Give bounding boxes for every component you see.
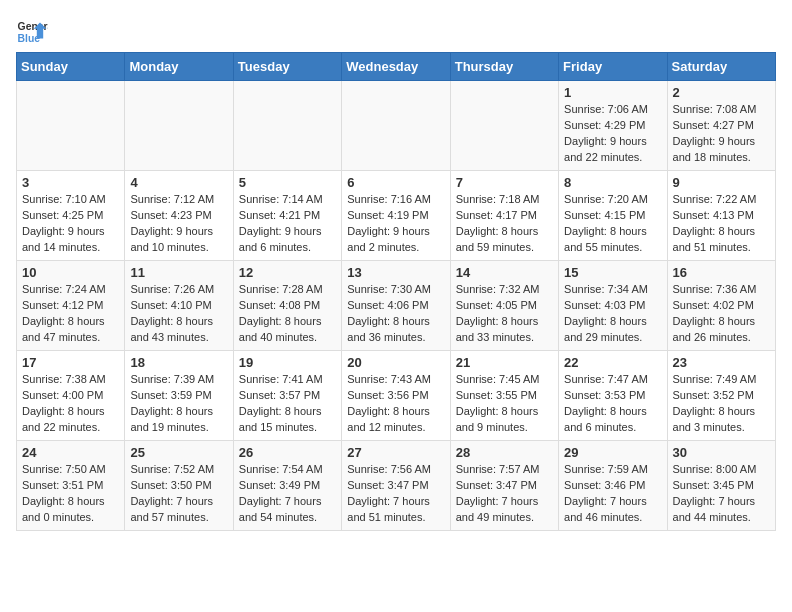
day-info: Sunrise: 7:28 AMSunset: 4:08 PMDaylight:…: [239, 282, 336, 346]
calendar-cell: 13Sunrise: 7:30 AMSunset: 4:06 PMDayligh…: [342, 261, 450, 351]
day-info: Sunrise: 7:24 AMSunset: 4:12 PMDaylight:…: [22, 282, 119, 346]
calendar-body: 1Sunrise: 7:06 AMSunset: 4:29 PMDaylight…: [17, 81, 776, 531]
weekday-header-thursday: Thursday: [450, 53, 558, 81]
calendar-header: SundayMondayTuesdayWednesdayThursdayFrid…: [17, 53, 776, 81]
day-info: Sunrise: 7:26 AMSunset: 4:10 PMDaylight:…: [130, 282, 227, 346]
day-number: 13: [347, 265, 444, 280]
day-info: Sunrise: 7:56 AMSunset: 3:47 PMDaylight:…: [347, 462, 444, 526]
day-number: 3: [22, 175, 119, 190]
weekday-header-tuesday: Tuesday: [233, 53, 341, 81]
day-info: Sunrise: 7:34 AMSunset: 4:03 PMDaylight:…: [564, 282, 661, 346]
calendar-cell: 19Sunrise: 7:41 AMSunset: 3:57 PMDayligh…: [233, 351, 341, 441]
calendar-cell: 7Sunrise: 7:18 AMSunset: 4:17 PMDaylight…: [450, 171, 558, 261]
day-number: 23: [673, 355, 770, 370]
weekday-header-friday: Friday: [559, 53, 667, 81]
day-number: 1: [564, 85, 661, 100]
weekday-header-monday: Monday: [125, 53, 233, 81]
calendar-cell: 29Sunrise: 7:59 AMSunset: 3:46 PMDayligh…: [559, 441, 667, 531]
day-info: Sunrise: 7:36 AMSunset: 4:02 PMDaylight:…: [673, 282, 770, 346]
calendar-cell: 10Sunrise: 7:24 AMSunset: 4:12 PMDayligh…: [17, 261, 125, 351]
calendar-cell: 2Sunrise: 7:08 AMSunset: 4:27 PMDaylight…: [667, 81, 775, 171]
day-info: Sunrise: 7:08 AMSunset: 4:27 PMDaylight:…: [673, 102, 770, 166]
day-number: 18: [130, 355, 227, 370]
calendar-cell: 16Sunrise: 7:36 AMSunset: 4:02 PMDayligh…: [667, 261, 775, 351]
calendar-cell: 18Sunrise: 7:39 AMSunset: 3:59 PMDayligh…: [125, 351, 233, 441]
calendar-cell: 22Sunrise: 7:47 AMSunset: 3:53 PMDayligh…: [559, 351, 667, 441]
calendar-week-row: 24Sunrise: 7:50 AMSunset: 3:51 PMDayligh…: [17, 441, 776, 531]
day-number: 9: [673, 175, 770, 190]
day-info: Sunrise: 7:20 AMSunset: 4:15 PMDaylight:…: [564, 192, 661, 256]
day-info: Sunrise: 7:43 AMSunset: 3:56 PMDaylight:…: [347, 372, 444, 436]
day-info: Sunrise: 8:00 AMSunset: 3:45 PMDaylight:…: [673, 462, 770, 526]
calendar-cell: 28Sunrise: 7:57 AMSunset: 3:47 PMDayligh…: [450, 441, 558, 531]
calendar-cell: 14Sunrise: 7:32 AMSunset: 4:05 PMDayligh…: [450, 261, 558, 351]
calendar-cell: [450, 81, 558, 171]
day-info: Sunrise: 7:30 AMSunset: 4:06 PMDaylight:…: [347, 282, 444, 346]
calendar-cell: 20Sunrise: 7:43 AMSunset: 3:56 PMDayligh…: [342, 351, 450, 441]
calendar-cell: [125, 81, 233, 171]
calendar-cell: 4Sunrise: 7:12 AMSunset: 4:23 PMDaylight…: [125, 171, 233, 261]
day-number: 19: [239, 355, 336, 370]
weekday-header-saturday: Saturday: [667, 53, 775, 81]
day-number: 12: [239, 265, 336, 280]
day-info: Sunrise: 7:10 AMSunset: 4:25 PMDaylight:…: [22, 192, 119, 256]
calendar-week-row: 3Sunrise: 7:10 AMSunset: 4:25 PMDaylight…: [17, 171, 776, 261]
logo-icon: General Blue: [16, 16, 48, 48]
calendar-cell: 26Sunrise: 7:54 AMSunset: 3:49 PMDayligh…: [233, 441, 341, 531]
day-info: Sunrise: 7:38 AMSunset: 4:00 PMDaylight:…: [22, 372, 119, 436]
weekday-header-sunday: Sunday: [17, 53, 125, 81]
calendar-cell: [233, 81, 341, 171]
calendar-cell: 3Sunrise: 7:10 AMSunset: 4:25 PMDaylight…: [17, 171, 125, 261]
calendar-cell: 11Sunrise: 7:26 AMSunset: 4:10 PMDayligh…: [125, 261, 233, 351]
calendar-cell: 5Sunrise: 7:14 AMSunset: 4:21 PMDaylight…: [233, 171, 341, 261]
calendar-cell: 15Sunrise: 7:34 AMSunset: 4:03 PMDayligh…: [559, 261, 667, 351]
day-info: Sunrise: 7:12 AMSunset: 4:23 PMDaylight:…: [130, 192, 227, 256]
day-number: 2: [673, 85, 770, 100]
day-number: 5: [239, 175, 336, 190]
logo: General Blue: [16, 16, 48, 48]
calendar-cell: 25Sunrise: 7:52 AMSunset: 3:50 PMDayligh…: [125, 441, 233, 531]
day-info: Sunrise: 7:52 AMSunset: 3:50 PMDaylight:…: [130, 462, 227, 526]
day-number: 8: [564, 175, 661, 190]
calendar-week-row: 17Sunrise: 7:38 AMSunset: 4:00 PMDayligh…: [17, 351, 776, 441]
day-info: Sunrise: 7:50 AMSunset: 3:51 PMDaylight:…: [22, 462, 119, 526]
day-number: 30: [673, 445, 770, 460]
day-number: 20: [347, 355, 444, 370]
day-number: 14: [456, 265, 553, 280]
day-number: 11: [130, 265, 227, 280]
calendar-cell: [17, 81, 125, 171]
day-info: Sunrise: 7:57 AMSunset: 3:47 PMDaylight:…: [456, 462, 553, 526]
day-number: 17: [22, 355, 119, 370]
calendar-week-row: 1Sunrise: 7:06 AMSunset: 4:29 PMDaylight…: [17, 81, 776, 171]
day-number: 24: [22, 445, 119, 460]
day-info: Sunrise: 7:14 AMSunset: 4:21 PMDaylight:…: [239, 192, 336, 256]
day-info: Sunrise: 7:18 AMSunset: 4:17 PMDaylight:…: [456, 192, 553, 256]
calendar-cell: 24Sunrise: 7:50 AMSunset: 3:51 PMDayligh…: [17, 441, 125, 531]
day-number: 26: [239, 445, 336, 460]
day-number: 16: [673, 265, 770, 280]
day-number: 27: [347, 445, 444, 460]
day-info: Sunrise: 7:47 AMSunset: 3:53 PMDaylight:…: [564, 372, 661, 436]
day-number: 21: [456, 355, 553, 370]
day-number: 15: [564, 265, 661, 280]
calendar-cell: 1Sunrise: 7:06 AMSunset: 4:29 PMDaylight…: [559, 81, 667, 171]
day-info: Sunrise: 7:41 AMSunset: 3:57 PMDaylight:…: [239, 372, 336, 436]
day-info: Sunrise: 7:16 AMSunset: 4:19 PMDaylight:…: [347, 192, 444, 256]
day-number: 6: [347, 175, 444, 190]
calendar-cell: 8Sunrise: 7:20 AMSunset: 4:15 PMDaylight…: [559, 171, 667, 261]
weekday-header-wednesday: Wednesday: [342, 53, 450, 81]
calendar-cell: 12Sunrise: 7:28 AMSunset: 4:08 PMDayligh…: [233, 261, 341, 351]
calendar-cell: [342, 81, 450, 171]
day-info: Sunrise: 7:49 AMSunset: 3:52 PMDaylight:…: [673, 372, 770, 436]
day-info: Sunrise: 7:32 AMSunset: 4:05 PMDaylight:…: [456, 282, 553, 346]
weekday-header-row: SundayMondayTuesdayWednesdayThursdayFrid…: [17, 53, 776, 81]
calendar-cell: 30Sunrise: 8:00 AMSunset: 3:45 PMDayligh…: [667, 441, 775, 531]
day-info: Sunrise: 7:39 AMSunset: 3:59 PMDaylight:…: [130, 372, 227, 436]
day-number: 22: [564, 355, 661, 370]
day-number: 29: [564, 445, 661, 460]
header: General Blue: [16, 16, 776, 48]
day-number: 10: [22, 265, 119, 280]
calendar-week-row: 10Sunrise: 7:24 AMSunset: 4:12 PMDayligh…: [17, 261, 776, 351]
day-info: Sunrise: 7:45 AMSunset: 3:55 PMDaylight:…: [456, 372, 553, 436]
calendar-cell: 21Sunrise: 7:45 AMSunset: 3:55 PMDayligh…: [450, 351, 558, 441]
